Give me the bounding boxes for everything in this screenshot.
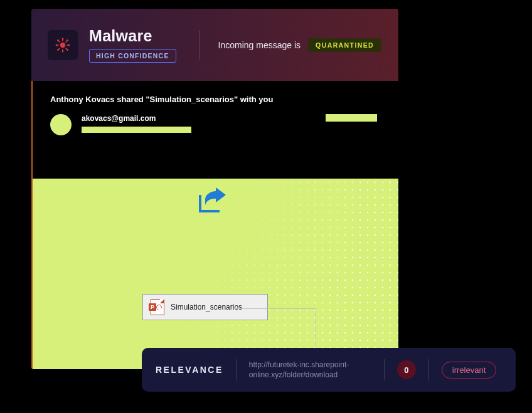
relevance-badge: irrelevant <box>442 362 496 379</box>
quarantine-badge: QUARANTINED <box>308 38 381 52</box>
redacted-line <box>82 127 191 133</box>
sender-email: akovacs@gmail.com <box>82 114 191 123</box>
relevance-label: RELEVANCE <box>156 365 223 375</box>
divider <box>236 359 237 380</box>
malware-icon <box>48 30 78 60</box>
status-prefix: Incoming message is <box>218 40 301 50</box>
relevance-count: 0 <box>397 360 416 379</box>
attachment-chip[interactable]: P Simulation_scenarios <box>142 294 268 320</box>
svg-point-9 <box>62 38 64 39</box>
svg-point-16 <box>66 49 68 51</box>
redacted-line <box>326 114 377 122</box>
divider <box>384 359 385 380</box>
svg-point-10 <box>62 50 64 52</box>
svg-point-0 <box>60 42 65 47</box>
relevance-bar: RELEVANCE http://futuretek-inc.sharepoin… <box>142 348 516 392</box>
email-subject: Anthony Kovacs shared "Simulation_scenar… <box>50 95 381 104</box>
threat-card: Malware HIGH CONFIDENCE Incoming message… <box>31 9 398 369</box>
confidence-badge: HIGH CONFIDENCE <box>89 49 176 63</box>
email-body: P Simulation_scenarios <box>31 179 398 369</box>
attachment-filename: Simulation_scenarios <box>171 303 242 311</box>
avatar <box>50 114 72 135</box>
threat-title: Malware <box>89 27 176 45</box>
divider <box>428 359 429 380</box>
share-icon <box>194 186 228 219</box>
relevance-url: http://futuretek-inc.sharepoint-online.x… <box>249 360 371 380</box>
svg-point-13 <box>57 39 59 41</box>
svg-point-11 <box>56 44 58 46</box>
email-preview: Anthony Kovacs shared "Simulation_scenar… <box>31 81 398 179</box>
powerpoint-icon: P <box>151 299 164 315</box>
threat-header: Malware HIGH CONFIDENCE Incoming message… <box>31 9 398 81</box>
connector-line <box>235 308 316 309</box>
svg-point-12 <box>68 44 70 46</box>
status-line: Incoming message is QUARANTINED <box>218 38 382 52</box>
connector-line <box>316 308 316 348</box>
svg-point-15 <box>57 49 59 51</box>
divider <box>199 30 200 60</box>
svg-point-14 <box>66 39 68 41</box>
